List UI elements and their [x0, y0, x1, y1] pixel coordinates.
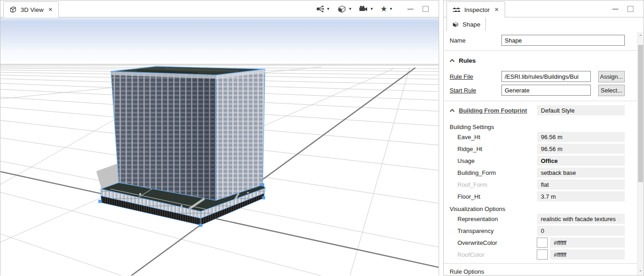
rules-section-header[interactable]: Rules — [450, 56, 625, 65]
3d-view-tabbar: 3D View ✕ ▼ — [0, 0, 439, 17]
property-row: Building_Formsetback base — [450, 167, 625, 179]
minimize-icon[interactable] — [612, 9, 618, 10]
separator — [444, 50, 637, 51]
property-value[interactable]: 96.56 m — [537, 132, 625, 142]
horizon-band — [0, 64, 439, 66]
property-row: Representationrealistic with facade text… — [450, 213, 625, 225]
view-modes-button[interactable]: ▼ — [337, 5, 352, 13]
chevron-down-icon: ▼ — [348, 7, 352, 11]
property-value[interactable]: realistic with facade textures — [537, 214, 625, 224]
property-value[interactable]: setback base — [537, 168, 625, 178]
property-row: Floor_Ht3.7 m — [450, 190, 625, 202]
inspector-content: Name Rules Rule File Assign... Start Rul… — [444, 32, 637, 275]
name-input[interactable] — [501, 35, 625, 46]
bff-section-header: Building From Footprint Default Style — [450, 104, 625, 116]
close-icon[interactable]: ✕ — [48, 6, 53, 13]
assign-button[interactable]: Assign... — [598, 71, 625, 82]
property-row: UsageOffice — [450, 155, 625, 167]
tab-3d-view-label: 3D View — [21, 6, 44, 13]
property-label: Representation — [450, 216, 537, 222]
camera-icon — [359, 5, 368, 12]
selection-handle[interactable] — [99, 200, 101, 203]
roof-vent — [181, 205, 182, 207]
rule-file-row: Rule File Assign... — [450, 70, 625, 83]
separator — [444, 101, 637, 101]
tab-3d-view[interactable]: 3D View ✕ — [3, 1, 59, 17]
inspector-subtabbar: Shape — [444, 17, 644, 31]
selection-handle[interactable] — [199, 224, 202, 227]
tower-front-shade — [111, 71, 216, 200]
sky — [0, 17, 439, 65]
viewport-toolbar: ▼ ▼ — [316, 0, 393, 17]
star-icon: ★ — [380, 5, 387, 13]
application-window: 3D View ✕ ▼ — [0, 0, 644, 276]
scene-nodes-button[interactable]: ▼ — [316, 5, 330, 13]
property-row: Roof_Formflat — [450, 179, 625, 190]
rules-section-title: Rules — [459, 57, 476, 64]
bff-rule-link[interactable]: Building From Footprint — [459, 107, 537, 114]
tab-inspector[interactable]: Inspector ✕ — [446, 1, 505, 17]
bookmarks-button[interactable]: ★ ▼ — [380, 5, 393, 13]
property-row: RoofColor#ffffff — [450, 249, 625, 260]
style-value[interactable]: Default Style — [537, 105, 625, 115]
3d-scene — [0, 17, 439, 276]
property-label: Eave_Ht — [450, 134, 537, 141]
property-value[interactable]: 0 — [537, 226, 625, 236]
property-label: Roof_Form — [450, 181, 537, 188]
vertical-scrollbar[interactable]: ⌃ ⌄ — [637, 32, 644, 275]
scroll-down-icon[interactable]: ⌄ — [638, 266, 644, 274]
node-link-icon — [316, 5, 325, 13]
chevron-down-icon: ▼ — [389, 7, 393, 11]
minimize-icon[interactable] — [407, 9, 413, 10]
property-value[interactable]: 3.7 m — [537, 191, 625, 201]
camera-views-button[interactable]: ▼ — [359, 5, 374, 12]
cube-icon — [337, 5, 347, 13]
chevron-down-icon: ▼ — [326, 7, 330, 11]
property-value[interactable]: #ffffff — [550, 238, 625, 248]
inspector-panel: Inspector ✕ Shape Name — [443, 0, 644, 276]
sliders-icon — [452, 6, 461, 13]
collapse-chevron-icon — [450, 109, 455, 112]
selection-handle[interactable] — [262, 196, 265, 199]
shape-cube-icon — [452, 21, 459, 28]
property-label: Ridge_Ht — [450, 146, 537, 152]
property-label: RoofColor — [450, 251, 537, 258]
group-label: Building Settings — [450, 123, 625, 131]
property-value[interactable]: 96.56 m — [537, 144, 625, 154]
maximize-icon[interactable] — [627, 6, 633, 12]
rule-options-label: Rule Options — [450, 267, 625, 275]
start-rule-row: Start Rule Select... — [450, 84, 625, 97]
color-swatch[interactable] — [537, 238, 548, 248]
collapse-chevron-icon — [450, 59, 455, 62]
close-icon[interactable]: ✕ — [495, 6, 499, 13]
scroll-up-icon[interactable]: ⌃ — [638, 33, 644, 40]
property-label: Usage — [450, 157, 537, 164]
property-value[interactable]: flat — [537, 179, 625, 189]
name-row: Name — [450, 34, 625, 46]
start-rule-link[interactable]: Start Rule — [450, 87, 501, 94]
tab-shape[interactable]: Shape — [446, 17, 486, 31]
rule-file-link[interactable]: Rule File — [450, 73, 501, 80]
rule-file-input[interactable] — [501, 71, 591, 82]
3d-viewport[interactable] — [0, 17, 439, 276]
cube-outline-icon — [9, 6, 17, 13]
roof-vent — [247, 192, 249, 194]
3d-view-window-buttons — [407, 0, 429, 17]
start-rule-input[interactable] — [501, 85, 591, 96]
property-row: OverwriteColor#ffffff — [450, 237, 625, 249]
property-value[interactable]: Office — [537, 156, 625, 166]
maximize-icon[interactable] — [423, 6, 429, 12]
separator — [444, 263, 637, 264]
selection-handle[interactable] — [261, 184, 264, 186]
property-label: Building_Form — [450, 169, 537, 176]
building-3d[interactable] — [99, 66, 265, 227]
color-swatch[interactable] — [537, 249, 548, 260]
chevron-down-icon: ▼ — [370, 7, 374, 11]
select-button[interactable]: Select... — [598, 85, 625, 96]
property-row: Transparency0 — [450, 225, 625, 237]
scrollbar-thumb[interactable] — [638, 45, 643, 182]
property-label: Transparency — [450, 227, 537, 234]
property-value[interactable]: #ffffff — [550, 249, 625, 260]
3d-view-panel: 3D View ✕ ▼ — [0, 0, 439, 276]
name-label: Name — [450, 37, 501, 44]
